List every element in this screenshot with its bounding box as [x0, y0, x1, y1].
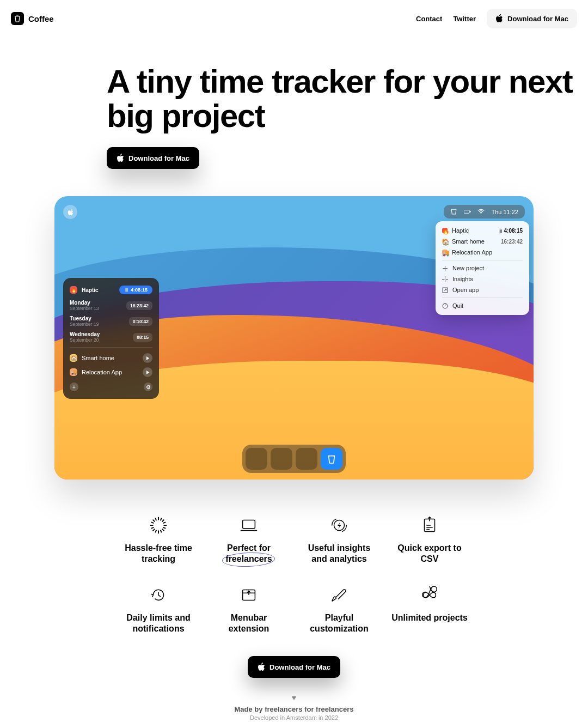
- sparkle-icon: [442, 276, 448, 282]
- svg-rect-1: [470, 211, 471, 213]
- feature-freelancers: Perfect for freelancers: [210, 512, 287, 565]
- apple-icon: [117, 154, 124, 162]
- plus-icon: [442, 265, 448, 271]
- download-button-hero[interactable]: Download for Mac: [107, 147, 199, 169]
- download-button-header[interactable]: Download for Mac: [487, 9, 577, 28]
- svg-line-19: [155, 530, 156, 533]
- svg-line-9: [153, 520, 155, 522]
- svg-point-2: [481, 213, 482, 214]
- spinner-icon: [120, 512, 197, 538]
- feature-limits: Daily limits and notifications: [120, 582, 197, 634]
- menubar-time: Thu 11:22: [491, 209, 518, 215]
- day-row: WednesdaySeptember 2008:15: [70, 331, 152, 343]
- active-timer-pill[interactable]: ⏸ 4:08:15: [119, 286, 152, 294]
- dock-item[interactable]: [296, 448, 317, 470]
- menu-new-project[interactable]: New project: [436, 263, 529, 274]
- app-footer: + ⚙: [70, 383, 152, 391]
- credits-line2: Developed in Amsterdam in 2022: [0, 714, 588, 721]
- brush-icon: [301, 582, 378, 608]
- apple-icon: [258, 663, 265, 671]
- menu-project-smarthome[interactable]: 🏠Smart home16:23:42: [436, 236, 529, 247]
- app-active-project: 🔥Haptic ⏸ 4:08:15: [70, 286, 152, 294]
- play-button[interactable]: [143, 367, 152, 377]
- header: Coffee Contact Twitter Download for Mac: [0, 0, 588, 37]
- features-grid: Hassle-free time tracking Perfect for fr…: [120, 512, 468, 634]
- svg-line-18: [163, 522, 166, 523]
- svg-line-20: [161, 518, 162, 521]
- brand: Coffee: [11, 12, 54, 25]
- menubar: Thu 11:22: [444, 205, 525, 219]
- feature-unlimited: Unlimited projects: [391, 582, 468, 634]
- menu-insights[interactable]: Insights: [436, 274, 529, 284]
- nav-contact[interactable]: Contact: [416, 15, 442, 23]
- bolt-circle-icon: [301, 512, 378, 538]
- project-row: 🏠Smart home: [70, 353, 152, 363]
- laptop-icon: [210, 512, 287, 538]
- day-row: TuesdaySeptember 190:10:42: [70, 316, 152, 327]
- credits: ♥ Made by freelancers for freelancers De…: [0, 693, 588, 722]
- infinity-icon: [391, 582, 468, 608]
- svg-line-14: [161, 530, 162, 533]
- dock-item-coffee[interactable]: [321, 448, 342, 470]
- open-icon: [442, 287, 448, 293]
- cup-icon: [450, 208, 457, 215]
- nav-twitter[interactable]: Twitter: [453, 15, 476, 23]
- wifi-icon: [477, 208, 485, 215]
- credits-line1: Made by freelancers for freelancers: [0, 705, 588, 713]
- svg-line-15: [151, 522, 154, 523]
- svg-line-12: [162, 520, 164, 522]
- day-row: MondaySeptember 1316:23:42: [70, 300, 152, 311]
- menu-project-haptic[interactable]: 🔥Haptic4:08:15: [436, 225, 529, 236]
- feature-menubar: Menubar extension: [210, 582, 287, 634]
- cta: Download for Mac: [0, 656, 588, 678]
- project-row: 🚚Relocation App: [70, 367, 152, 377]
- download-button-footer[interactable]: Download for Mac: [248, 656, 340, 678]
- svg-rect-21: [243, 520, 255, 529]
- svg-line-17: [151, 527, 154, 529]
- heart-icon: ♥: [0, 693, 588, 702]
- feature-insights: Useful insights and analytics: [301, 512, 378, 565]
- menubar-dropdown: 🔥Haptic4:08:15 🏠Smart home16:23:42 🚚Relo…: [436, 221, 529, 315]
- feature-customization: Playful customization: [301, 582, 378, 634]
- app-window: 🔥Haptic ⏸ 4:08:15 MondaySeptember 1316:2…: [63, 278, 159, 399]
- feature-hasslefree: Hassle-free time tracking: [120, 512, 197, 565]
- dock-item[interactable]: [271, 448, 292, 470]
- brand-icon: [11, 12, 24, 25]
- menu-project-relocation[interactable]: 🚚Relocation App: [436, 247, 529, 258]
- settings-button[interactable]: ⚙: [144, 383, 152, 391]
- menu-open-app[interactable]: Open app: [436, 284, 529, 295]
- brand-name: Coffee: [28, 14, 54, 23]
- apple-menu-icon: [63, 205, 77, 219]
- power-icon: [442, 303, 448, 309]
- add-button[interactable]: +: [70, 383, 78, 391]
- svg-line-16: [163, 527, 166, 529]
- play-button[interactable]: [143, 353, 152, 363]
- battery-icon: [464, 208, 471, 215]
- hero-title: A tiny time tracker for your next big pr…: [107, 64, 588, 133]
- svg-line-11: [153, 529, 155, 531]
- svg-line-13: [155, 518, 156, 521]
- nav: Contact Twitter Download for Mac: [416, 9, 577, 28]
- svg-line-10: [162, 529, 164, 531]
- desktop-mockup: Thu 11:22 🔥Haptic4:08:15 🏠Smart home16:2…: [54, 196, 534, 480]
- feature-csv: Quick export to CSV: [391, 512, 468, 565]
- dock-item[interactable]: [246, 448, 267, 470]
- menubar-icon: [210, 582, 287, 608]
- svg-rect-0: [464, 210, 469, 214]
- history-icon: [120, 582, 197, 608]
- menu-quit[interactable]: Quit: [436, 300, 529, 311]
- dock: [242, 445, 346, 473]
- csv-icon: [391, 512, 468, 538]
- apple-icon: [495, 14, 503, 23]
- hero: A tiny time tracker for your next big pr…: [0, 37, 588, 169]
